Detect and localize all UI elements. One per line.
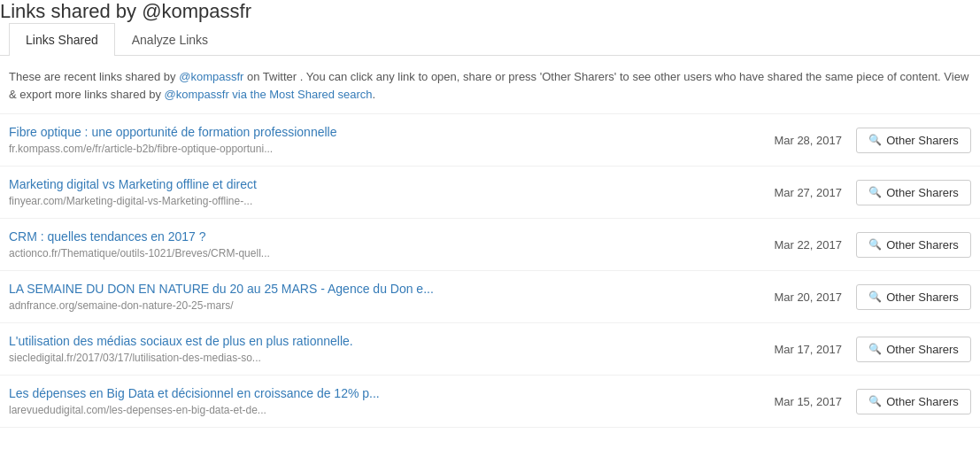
tab-analyze-links[interactable]: Analyze Links	[115, 23, 225, 56]
links-list: Fibre optique : une opportunité de forma…	[0, 114, 980, 428]
link-title[interactable]: LA SEMAINE DU DON EN NATURE du 20 au 25 …	[9, 282, 732, 296]
search-icon: 🔍	[868, 343, 882, 355]
link-title[interactable]: Les dépenses en Big Data et décisionnel …	[9, 386, 732, 400]
description-text-after: .	[373, 88, 376, 101]
table-row: L'utilisation des médias sociaux est de …	[0, 323, 980, 376]
tab-links-shared[interactable]: Links Shared	[9, 23, 115, 56]
table-row: CRM : quelles tendances en 2017 ?actionc…	[0, 219, 980, 271]
link-info: Fibre optique : une opportunité de forma…	[9, 125, 732, 155]
link-title[interactable]: CRM : quelles tendances en 2017 ?	[9, 229, 732, 244]
link-date: Mar 27, 2017	[732, 186, 856, 199]
other-sharers-label: Other Sharers	[886, 134, 959, 147]
link-url: siecledigital.fr/2017/03/17/lutilisation…	[9, 352, 261, 364]
other-sharers-button[interactable]: 🔍Other Sharers	[856, 128, 971, 153]
user-link-2[interactable]: @kompassfr via the Most Shared search	[165, 88, 373, 101]
other-sharers-label: Other Sharers	[886, 238, 959, 252]
link-info: L'utilisation des médias sociaux est de …	[9, 334, 732, 364]
description: These are recent links shared by @kompas…	[0, 56, 980, 114]
search-icon: 🔍	[868, 186, 882, 198]
other-sharers-button[interactable]: 🔍Other Sharers	[856, 180, 971, 205]
link-info: Les dépenses en Big Data et décisionnel …	[9, 386, 732, 416]
link-url: larevuedudigital.com/les-depenses-en-big…	[9, 404, 266, 416]
link-title[interactable]: L'utilisation des médias sociaux est de …	[9, 334, 732, 348]
table-row: Les dépenses en Big Data et décisionnel …	[0, 376, 980, 428]
link-date: Mar 17, 2017	[732, 343, 856, 356]
link-url: fr.kompass.com/e/fr/article-b2b/fibre-op…	[9, 143, 273, 155]
link-info: Marketing digital vs Marketing offline e…	[9, 177, 732, 207]
link-title[interactable]: Marketing digital vs Marketing offline e…	[9, 177, 732, 191]
table-row: Marketing digital vs Marketing offline e…	[0, 167, 980, 219]
search-icon: 🔍	[868, 395, 882, 407]
link-url: adnfrance.org/semaine-don-nature-20-25-m…	[9, 299, 233, 312]
other-sharers-label: Other Sharers	[886, 290, 959, 304]
tabs-container: Links Shared Analyze Links	[0, 23, 980, 56]
table-row: LA SEMAINE DU DON EN NATURE du 20 au 25 …	[0, 271, 980, 323]
other-sharers-label: Other Sharers	[886, 186, 959, 199]
other-sharers-button[interactable]: 🔍Other Sharers	[856, 232, 971, 258]
search-icon: 🔍	[868, 134, 882, 146]
other-sharers-button[interactable]: 🔍Other Sharers	[856, 284, 971, 310]
table-row: Fibre optique : une opportunité de forma…	[0, 114, 980, 167]
search-icon: 🔍	[868, 238, 882, 251]
other-sharers-label: Other Sharers	[886, 395, 959, 408]
link-url: finyear.com/Marketing-digital-vs-Marketi…	[9, 195, 252, 207]
link-info: LA SEMAINE DU DON EN NATURE du 20 au 25 …	[9, 282, 732, 312]
other-sharers-button[interactable]: 🔍Other Sharers	[856, 389, 971, 414]
other-sharers-label: Other Sharers	[886, 343, 959, 356]
search-icon: 🔍	[868, 290, 882, 303]
link-title[interactable]: Fibre optique : une opportunité de forma…	[9, 125, 732, 139]
link-url: actionco.fr/Thematique/outils-1021/Breve…	[9, 247, 270, 259]
page-header: Links shared by @kompassfr	[0, 0, 980, 23]
description-text-before: These are recent links shared by	[9, 70, 179, 83]
page-title: Links shared by @kompassfr	[0, 0, 980, 23]
link-info: CRM : quelles tendances en 2017 ?actionc…	[9, 229, 732, 259]
link-date: Mar 22, 2017	[732, 238, 856, 252]
link-date: Mar 15, 2017	[732, 395, 856, 408]
link-date: Mar 20, 2017	[732, 290, 856, 304]
user-link-1[interactable]: @kompassfr	[179, 70, 243, 83]
link-date: Mar 28, 2017	[732, 134, 856, 147]
other-sharers-button[interactable]: 🔍Other Sharers	[856, 337, 971, 362]
